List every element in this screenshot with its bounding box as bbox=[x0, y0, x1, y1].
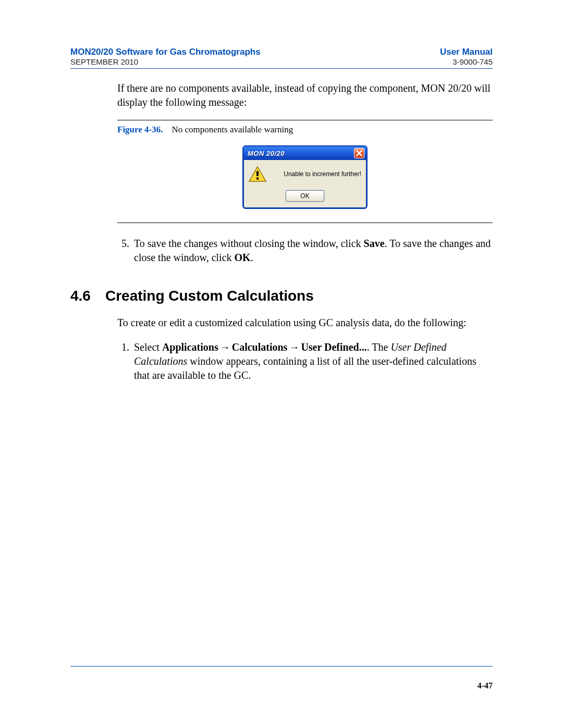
section-heading: 4.6 Creating Custom Calculations bbox=[70, 288, 493, 304]
ok-button[interactable]: OK bbox=[286, 190, 324, 202]
warning-icon bbox=[249, 166, 266, 182]
figure-caption: Figure 4-36. No components available war… bbox=[117, 125, 493, 135]
header-right-title: User Manual bbox=[440, 47, 493, 57]
page-header: MON20/20 Software for Gas Chromatographs… bbox=[70, 47, 493, 57]
figure-block: Figure 4-36. No components available war… bbox=[117, 120, 493, 223]
header-left-sub: SEPTEMBER 2010 bbox=[70, 57, 138, 66]
header-right-sub: 3-9000-745 bbox=[452, 57, 493, 66]
step-1-list: Select Applications→Calculations→User De… bbox=[117, 340, 493, 382]
step-5-list: To save the changes without closing the … bbox=[117, 237, 493, 265]
svg-rect-1 bbox=[256, 171, 259, 176]
svg-point-2 bbox=[256, 177, 259, 180]
step-1: Select Applications→Calculations→User De… bbox=[132, 340, 493, 382]
figure-label: Figure 4-36. bbox=[117, 125, 163, 134]
warning-dialog: MON 20/20 Unable to incre bbox=[242, 145, 368, 209]
intro-paragraph: If there are no components available, in… bbox=[117, 81, 493, 109]
dialog-message: Unable to increment further! bbox=[272, 170, 361, 178]
section-number: 4.6 bbox=[70, 288, 91, 304]
dialog-title: MON 20/20 bbox=[248, 150, 285, 157]
close-icon bbox=[356, 150, 362, 156]
header-rule bbox=[70, 68, 493, 69]
section-intro: To create or edit a customized calculati… bbox=[70, 316, 493, 330]
footer-rule bbox=[70, 666, 493, 667]
header-left-title: MON20/20 Software for Gas Chromatographs bbox=[70, 47, 261, 57]
page-number: 4-47 bbox=[478, 681, 493, 690]
page-subheader: SEPTEMBER 2010 3-9000-745 bbox=[70, 57, 493, 66]
close-button[interactable] bbox=[354, 148, 364, 158]
section-title: Creating Custom Calculations bbox=[105, 288, 314, 304]
step-5: To save the changes without closing the … bbox=[132, 237, 493, 265]
dialog-titlebar: MON 20/20 bbox=[243, 146, 366, 160]
figure-caption-text: No components available warning bbox=[172, 125, 293, 134]
